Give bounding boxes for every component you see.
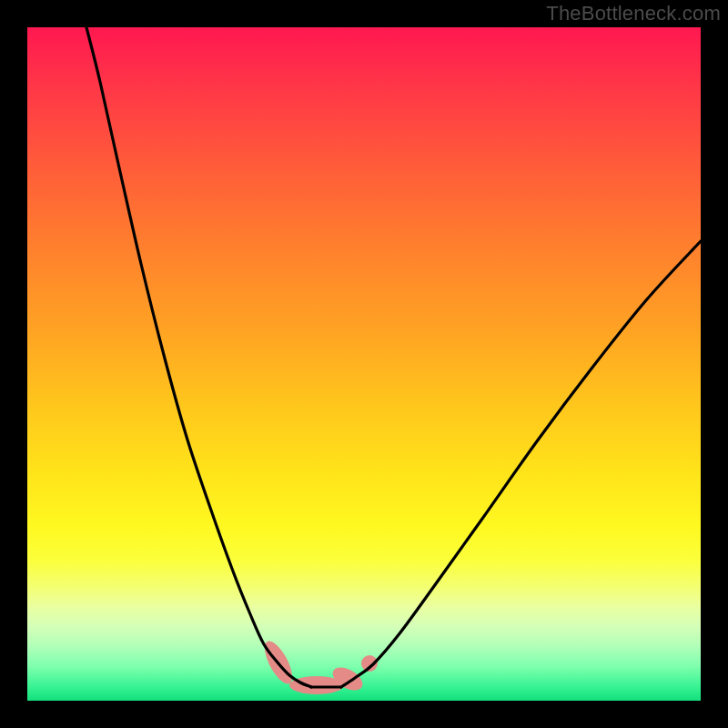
series-right-curve <box>341 241 701 687</box>
watermark-text: TheBottleneck.com <box>546 2 721 25</box>
curve-layer <box>27 27 701 701</box>
series-left-curve <box>86 27 311 687</box>
plot-area <box>27 27 701 701</box>
outer-frame: TheBottleneck.com <box>0 0 728 728</box>
line-group <box>86 27 701 687</box>
